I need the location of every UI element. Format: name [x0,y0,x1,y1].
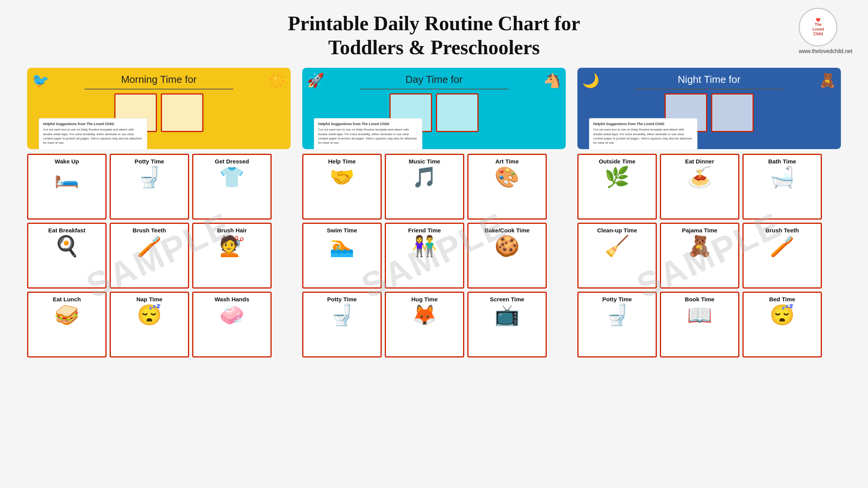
activity-title: Hug Time [411,296,437,302]
template-card-morning: 🐦 ☀️ Morning Time for Helpful Suggestion… [27,68,291,149]
activity-emoji: 📖 [687,305,712,325]
activity-emoji: 📺 [494,305,520,325]
activity-emoji: 👕 [219,167,245,187]
activity-card-night-2-1: Book Time 📖 [660,292,739,357]
activity-emoji: 🪥 [770,236,795,256]
chart-section-morning: 🐦 ☀️ Morning Time for Helpful Suggestion… [27,68,291,357]
activity-card-morning-0-2: Get Dressed 👕 [192,154,272,220]
logo-circle: ❤️TheLovedChild [799,8,837,46]
cards-container-day: Help Time 🤝 Music Time 🎵 Art Time 🎨 Swim… [302,154,566,357]
activity-title: Potty Time [327,296,356,302]
activity-card-morning-0-0: Wake Up 🛏️ [27,154,107,220]
activity-emoji: 🎨 [494,167,520,187]
icon-tl-night: 🌙 [582,72,599,89]
activity-title: Brush Hair [217,227,247,234]
activity-emoji: 🛁 [770,167,795,187]
activity-title: Potty Time [134,158,164,165]
activity-title: Bed Time [769,296,795,302]
activity-title: Wake Up [55,158,79,165]
activity-emoji: 🚽 [604,305,630,325]
activity-title: Nap Time [136,296,162,302]
activity-emoji: 🎵 [412,167,437,187]
activity-emoji: 🪥 [137,236,162,256]
activity-card-night-2-2: Bed Time 😴 [742,292,822,357]
cards-grid-night: Outside Time 🌿 Eat Dinner 🍝 Bath Time 🛁 … [577,154,841,357]
activity-card-day-0-1: Music Time 🎵 [385,154,464,220]
activity-emoji: 🧸 [687,236,712,256]
activity-card-day-1-0: Swim Time 🏊 [302,223,382,289]
cards-row-day-1: Swim Time 🏊 Friend Time 👫 Bake/Cook Time… [302,223,566,289]
activity-title: Eat Dinner [685,158,714,165]
activity-title: Swim Time [327,227,357,234]
activity-title: Eat Lunch [53,296,81,302]
page-title: Printable Daily Routine Chart for Toddle… [0,0,868,68]
cards-grid-morning: Wake Up 🛏️ Potty Time 🚽 Get Dressed 👕 Ea… [27,154,291,357]
chart-section-night: 🌙 🧸 Night Time for Helpful Suggestions f… [577,68,841,357]
activity-card-morning-0-1: Potty Time 🚽 [110,154,189,220]
cards-container-morning: Wake Up 🛏️ Potty Time 🚽 Get Dressed 👕 Ea… [27,154,291,357]
activity-emoji: 🚽 [329,305,355,325]
activity-emoji: 👫 [412,236,437,256]
activity-title: Brush Teeth [765,227,799,234]
activity-emoji: 🥪 [54,305,79,325]
cards-row-day-0: Help Time 🤝 Music Time 🎵 Art Time 🎨 [302,154,566,220]
activity-card-night-1-1: Pajama Time 🧸 [660,223,739,289]
activity-emoji: 🤝 [329,167,355,187]
activity-emoji: 😴 [770,305,795,325]
activity-card-day-2-0: Potty Time 🚽 [302,292,382,357]
cards-row-morning-1: Eat Breakfast 🍳 Brush Teeth 🪥 Brush Hair… [27,223,291,289]
activity-title: Book Time [685,296,714,302]
logo-area: ❤️TheLovedChild www.thelovedchild.net [799,8,852,54]
activity-title: Friend Time [408,227,441,234]
activity-title: Music Time [409,158,440,165]
activity-card-day-2-2: Screen Time 📺 [467,292,547,357]
activity-card-morning-2-0: Eat Lunch 🥪 [27,292,107,357]
activity-emoji: 🛏️ [54,167,79,187]
cards-row-day-2: Potty Time 🚽 Hug Time 🦊 Screen Time 📺 [302,292,566,357]
activity-emoji: 🧼 [219,305,245,325]
activity-title: Bake/Cook Time [484,227,529,234]
activity-emoji: 🚽 [137,167,162,187]
instruction-card-morning: Helpful Suggestions from The Loved Child… [39,118,147,149]
activity-title: Eat Breakfast [48,227,86,234]
cards-grid-day: Help Time 🤝 Music Time 🎵 Art Time 🎨 Swim… [302,154,566,357]
template-title-day: Day Time for [310,74,558,86]
instruction-card-day: Helpful Suggestions from The Loved Child… [314,118,422,149]
activity-title: Brush Teeth [133,227,166,234]
instruction-card-night: Helpful Suggestions from The Loved Child… [589,118,698,149]
activity-card-morning-2-2: Wash Hands 🧼 [192,292,272,357]
activity-emoji: 🍝 [687,167,712,187]
activity-card-morning-1-0: Eat Breakfast 🍳 [27,223,107,289]
cards-container-night: Outside Time 🌿 Eat Dinner 🍝 Bath Time 🛁 … [577,154,841,357]
activity-emoji: 🦊 [412,305,437,325]
icon-tr-day: 🐴 [544,72,561,89]
template-card-night: 🌙 🧸 Night Time for Helpful Suggestions f… [577,68,841,149]
activity-title: Bath Time [768,158,796,165]
activity-card-night-0-0: Outside Time 🌿 [577,154,657,220]
cards-row-morning-0: Wake Up 🛏️ Potty Time 🚽 Get Dressed 👕 [27,154,291,220]
activity-title: Wash Hands [215,296,249,302]
activity-title: Outside Time [599,158,636,165]
cards-row-night-2: Potty Time 🚽 Book Time 📖 Bed Time 😴 [577,292,841,357]
icon-tl-day: 🚀 [307,72,324,89]
activity-emoji: 💇 [219,236,245,256]
icon-tr-morning: ☀️ [269,72,286,89]
activity-card-day-0-0: Help Time 🤝 [302,154,382,220]
cards-row-night-0: Outside Time 🌿 Eat Dinner 🍝 Bath Time 🛁 [577,154,841,220]
cards-row-morning-2: Eat Lunch 🥪 Nap Time 😴 Wash Hands 🧼 [27,292,291,357]
cards-row-night-1: Clean-up Time 🧹 Pajama Time 🧸 Brush Teet… [577,223,841,289]
chart-section-day: 🚀 🐴 Day Time for Helpful Suggestions fro… [302,68,566,357]
activity-card-day-0-2: Art Time 🎨 [467,154,547,220]
activity-card-night-1-2: Brush Teeth 🪥 [742,223,822,289]
activity-title: Get Dressed [215,158,249,165]
activity-card-day-1-1: Friend Time 👫 [385,223,464,289]
activity-title: Screen Time [490,296,524,302]
activity-card-morning-1-2: Brush Hair 💇 [192,223,272,289]
template-title-morning: Morning Time for [35,74,283,86]
logo-website: www.thelovedchild.net [799,48,852,54]
activity-title: Help Time [328,158,356,165]
activity-card-morning-2-1: Nap Time 😴 [110,292,189,357]
activity-title: Art Time [495,158,519,165]
activity-emoji: 😴 [137,305,162,325]
activity-title: Pajama Time [682,227,717,234]
